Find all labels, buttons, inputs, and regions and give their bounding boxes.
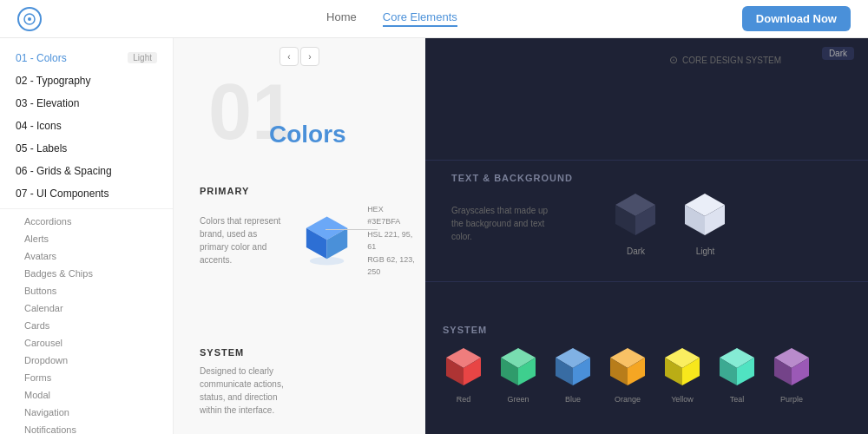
sidebar-item-grids[interactable]: 06 - Grids & Spacing — [0, 160, 173, 182]
content-area: ‹ › 01 Colors PRIMARY Colors that repres… — [174, 38, 868, 434]
system-color-name: Yellow — [671, 395, 694, 404]
sidebar-sub-calendar[interactable]: Calendar — [0, 299, 173, 317]
system-cube-yellow — [661, 345, 703, 391]
sidebar-sub-badges[interactable]: Badges & Chips — [0, 265, 173, 282]
system-desc-light: Designed to clearly communicate actions,… — [200, 365, 286, 417]
system-cube-purple — [771, 345, 812, 391]
light-cube-item: Light — [681, 190, 729, 256]
sidebar-sub-alerts[interactable]: Alerts — [0, 230, 173, 247]
system-color-name: Purple — [780, 395, 803, 404]
text-bg-desc: Grayscales that made up the background a… — [451, 204, 556, 243]
sidebar-sub-carousel[interactable]: Carousel — [0, 334, 173, 352]
system-cube-green — [497, 345, 539, 391]
system-title-light: SYSTEM — [200, 347, 286, 358]
nav-core-elements[interactable]: Core Elements — [383, 10, 457, 27]
sidebar-item-labels[interactable]: 05 - Labels — [0, 137, 173, 160]
system-cube-orange — [607, 345, 648, 391]
system-color-name: Red — [457, 395, 471, 404]
system-section-light: SYSTEM Designed to clearly communicate a… — [200, 347, 286, 417]
nav-home[interactable]: Home — [326, 10, 357, 27]
system-cube-red — [443, 345, 484, 391]
next-arrow[interactable]: › — [300, 47, 319, 66]
logo[interactable] — [17, 7, 42, 31]
rgb-value: RGB 62, 123, 250 — [367, 253, 417, 279]
sidebar-sub-cards[interactable]: Cards — [0, 317, 173, 334]
primary-desc: Colors that represent brand, used as pri… — [200, 214, 286, 266]
system-color-item: Green — [497, 345, 539, 404]
svg-point-5 — [310, 257, 344, 265]
main-layout: 01 - Colors Light 02 - Typography 03 - E… — [0, 38, 868, 434]
sidebar-item-typography[interactable]: 02 - Typography — [0, 69, 173, 92]
dark-cube-item: Dark — [612, 190, 660, 256]
download-button[interactable]: Download Now — [742, 6, 851, 31]
sidebar-item-colors[interactable]: 01 - Colors Light — [0, 47, 173, 69]
primary-cube — [299, 206, 354, 275]
connector-line — [326, 229, 378, 230]
system-color-item: Yellow — [661, 345, 703, 404]
svg-point-1 — [28, 17, 31, 21]
dark-divider-bottom — [425, 281, 868, 282]
sidebar-item-ui-components[interactable]: 07 - UI Components — [0, 182, 173, 205]
dark-cube — [612, 190, 660, 242]
core-design-label: CORE DESIGN SYSTEM — [669, 54, 781, 66]
system-title-dark: SYSTEM — [443, 325, 859, 335]
system-color-name: Green — [507, 395, 529, 404]
system-color-item: Blue — [552, 345, 594, 404]
nav-links: Home Core Elements — [326, 10, 457, 27]
sidebar: 01 - Colors Light 02 - Typography 03 - E… — [0, 38, 174, 434]
dark-panel: CORE DESIGN SYSTEM Dark TEXT & BACKGROUN… — [425, 38, 868, 434]
system-color-name: Orange — [615, 395, 641, 404]
sidebar-sub-avatars[interactable]: Avatars — [0, 247, 173, 265]
text-bg-content: Grayscales that made up the background a… — [451, 190, 851, 256]
hex-value: HEX #3E7BFA — [367, 203, 417, 228]
system-color-name: Blue — [565, 395, 581, 404]
text-bg-title: TEXT & BACKGROUND — [451, 173, 851, 183]
panel-nav-arrows: ‹ › — [279, 47, 319, 66]
text-bg-section: TEXT & BACKGROUND Grayscales that made u… — [451, 173, 851, 256]
top-nav: Home Core Elements Download Now — [0, 0, 868, 38]
primary-section: PRIMARY Colors that represent brand, use… — [200, 186, 417, 278]
system-colors-row: Red Green Blue Orange Yellow — [443, 345, 859, 404]
dark-cube-label: Dark — [627, 247, 645, 256]
system-color-item: Teal — [716, 345, 758, 404]
sidebar-divider — [0, 208, 173, 209]
sidebar-sub-navigation[interactable]: Navigation — [0, 404, 173, 421]
core-design-text: CORE DESIGN SYSTEM — [682, 56, 781, 65]
light-panel: ‹ › 01 Colors PRIMARY Colors that repres… — [174, 38, 425, 434]
dark-badge: Dark — [822, 47, 854, 60]
system-cube-teal — [716, 345, 758, 391]
system-color-item: Purple — [771, 345, 812, 404]
primary-title: PRIMARY — [200, 186, 417, 196]
sidebar-sub-accordions[interactable]: Accordions — [0, 213, 173, 230]
sidebar-sub-dropdown[interactable]: Dropdown — [0, 352, 173, 369]
sidebar-item-elevation[interactable]: 03 - Elevation — [0, 92, 173, 115]
system-row-dark: SYSTEM Red Green Blue — [443, 325, 859, 404]
sidebar-item-icons[interactable]: 04 - Icons — [0, 115, 173, 137]
hsl-value: HSL 221, 95, 61 — [367, 228, 417, 253]
system-color-item: Orange — [607, 345, 648, 404]
prev-arrow[interactable]: ‹ — [279, 47, 299, 66]
sidebar-sub-buttons[interactable]: Buttons — [0, 282, 173, 299]
light-badge: Light — [128, 52, 157, 63]
light-cube-label: Light — [696, 247, 715, 256]
dark-divider-top — [425, 160, 868, 161]
sidebar-sub-notifications[interactable]: Notifications — [0, 421, 173, 434]
system-color-name: Teal — [730, 395, 745, 404]
primary-content: Colors that represent brand, used as pri… — [200, 203, 417, 278]
sidebar-sub-forms[interactable]: Forms — [0, 369, 173, 386]
hex-info: HEX #3E7BFA HSL 221, 95, 61 RGB 62, 123,… — [367, 203, 417, 278]
system-color-item: Red — [443, 345, 484, 404]
text-bg-cubes: Dark Light — [612, 190, 729, 256]
big-label: Colors — [269, 121, 346, 148]
light-cube — [681, 190, 729, 242]
sidebar-sub-modal[interactable]: Modal — [0, 386, 173, 404]
system-cube-blue — [552, 345, 594, 391]
